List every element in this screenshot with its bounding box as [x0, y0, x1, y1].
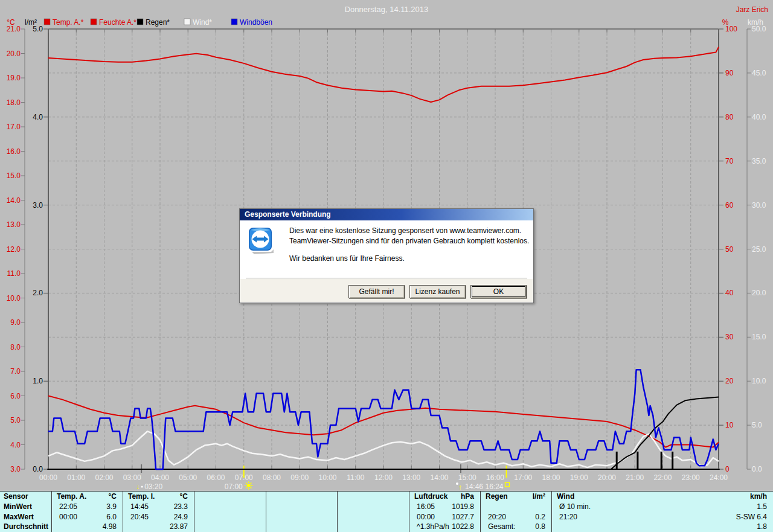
table-cell — [194, 512, 266, 522]
table-column: Temp. I.°C14:4523.320:4524.923.87 — [123, 492, 194, 532]
moonrise-time-label: 14:46 — [465, 482, 483, 491]
table-cell — [338, 492, 409, 502]
temp-tick-label: 18.0 — [7, 98, 21, 107]
temp-tick-label: 15.0 — [7, 171, 21, 180]
table-cell — [266, 522, 337, 532]
wind-tick-label: 5.0 — [752, 421, 762, 429]
wind-tick-label: 40.0 — [752, 113, 766, 121]
temp-tick-label: 7.0 — [10, 367, 21, 376]
rain-tick-label: 4.0 — [33, 113, 43, 121]
x-tick-label: 20:00 — [598, 473, 616, 482]
chart-legend: Temp. A.*Feuchte A.*Regen*Wind*Windböen — [44, 18, 272, 27]
wind-tick-label: 25.0 — [752, 245, 766, 254]
rain-tick-label: 3.0 — [33, 201, 43, 210]
table-cell: 21:20S-SW 6.4 — [552, 512, 773, 522]
legend-swatch — [91, 19, 97, 25]
table-cell: MaxWert — [0, 512, 51, 522]
legend-swatch — [137, 19, 143, 25]
temp-tick-label: 3.0 — [10, 465, 21, 473]
wind-tick-label: 20.0 — [752, 289, 766, 297]
temp-tick-label: 10.0 — [7, 294, 21, 303]
table-cell: Temp. I.°C — [123, 492, 194, 502]
x-tick-label: 08:00 — [263, 473, 281, 482]
x-tick-label: 18:00 — [542, 473, 560, 482]
x-tick-label: 03:00 — [123, 473, 141, 482]
table-column: LuftdruckhPa16:051019.800:001027.7^1.3hP… — [409, 492, 481, 532]
table-cell: Gesamt:0.8 — [481, 522, 551, 532]
like-button[interactable]: Gefällt mir! — [348, 285, 405, 298]
table-cell — [338, 512, 409, 522]
x-tick-label: 17:00 — [514, 473, 532, 482]
table-column — [194, 492, 266, 532]
table-cell: 16:051019.8 — [409, 502, 480, 512]
moon-dot-icon — [141, 486, 143, 487]
humidity-tick-label: 100 — [725, 25, 737, 33]
table-cell: Regenl/m² — [481, 492, 551, 502]
x-tick-label: 19:00 — [570, 473, 588, 482]
table-column — [338, 492, 409, 532]
dialog-line-3: Wir bedanken uns für Ihre Fairness. — [289, 254, 526, 264]
table-column: Windkm/hØ 10 min.1.521:20S-SW 6.41.8 — [552, 492, 773, 532]
wind-tick-label: 35.0 — [752, 157, 766, 165]
table-cell: Durchschnitt — [0, 522, 51, 532]
weather-app-window: Donnerstag, 14.11.2013 Jarz Erich °C l/m… — [0, 0, 773, 532]
table-cell: 23.87 — [123, 522, 194, 532]
sunrise-time-label: 07:00 — [225, 482, 243, 491]
humidity-tick-label: 30 — [725, 333, 734, 341]
table-column: Regenl/m²20:200.2Gesamt:0.8 — [481, 492, 552, 532]
x-tick-label: 11:00 — [347, 473, 364, 482]
table-cell — [266, 492, 337, 502]
dialog-line-2: TeamViewer-Sitzungen sind für den privat… — [289, 236, 526, 246]
table-cell: Windkm/h — [552, 492, 773, 502]
x-tick-label: 09:00 — [290, 473, 309, 482]
legend-swatch — [184, 19, 190, 25]
table-cell: 00:001027.7 — [409, 512, 480, 522]
table-cell — [194, 492, 266, 502]
table-cell: 1.8 — [552, 522, 773, 532]
table-cell — [338, 522, 409, 532]
table-cell: Ø 10 min.1.5 — [552, 502, 773, 512]
x-tick-label: 04:00 — [151, 473, 169, 482]
temp-tick-label: 4.0 — [10, 441, 21, 449]
x-tick-label: 02:00 — [95, 473, 113, 482]
sensor-summary-table: SensorMinWertMaxWertDurchschnittTemp. A.… — [0, 491, 773, 532]
table-column: Temp. A.°C22:053.900:006.04.98 — [52, 492, 123, 532]
temp-tick-label: 11.0 — [7, 269, 21, 278]
x-tick-label: 01:00 — [67, 473, 85, 482]
dialog-message: Dies war eine kostenlose Sitzung gespons… — [289, 226, 526, 264]
rain-tick-label: 2.0 — [33, 289, 43, 297]
temp-tick-label: 19.0 — [7, 74, 21, 82]
table-cell — [338, 502, 409, 512]
legend-swatch — [44, 19, 50, 25]
teamviewer-dialog: Gesponserte Verbindung Dies war eine kos… — [239, 208, 534, 303]
x-tick-label: 13:00 — [402, 473, 420, 482]
x-tick-label: 24:00 — [710, 473, 728, 482]
dialog-line-1: Dies war eine kostenlose Sitzung gespons… — [289, 226, 526, 236]
teamviewer-icon — [247, 225, 275, 257]
table-cell: 00:006.0 — [52, 512, 123, 522]
wind-tick-label: 10.0 — [752, 377, 766, 385]
dialog-buttons: Gefällt mir! Lizenz kaufen OK — [348, 285, 527, 298]
wind-tick-label: 30.0 — [752, 201, 766, 210]
x-tick-label: 16:00 — [486, 473, 504, 482]
moonset-arrow-icon: ↓ — [136, 482, 140, 491]
temp-tick-label: 13.0 — [7, 220, 21, 229]
temp-tick-label: 21.0 — [7, 25, 21, 33]
table-cell: Sensor — [0, 492, 51, 502]
station-user-label: Jarz Erich — [736, 5, 768, 14]
rain-tick-label: 5.0 — [33, 25, 43, 33]
legend-swatch — [231, 19, 237, 25]
table-column: SensorMinWertMaxWertDurchschnitt — [0, 492, 52, 532]
buy-license-button[interactable]: Lizenz kaufen — [409, 285, 466, 298]
table-cell: Temp. A.°C — [52, 492, 123, 502]
dialog-titlebar[interactable]: Gesponserte Verbindung — [240, 209, 533, 220]
ok-button[interactable]: OK — [470, 285, 527, 298]
table-cell: MinWert — [0, 502, 51, 512]
legend-label: Windböen — [240, 18, 272, 27]
sunrise-sun-icon — [245, 482, 252, 490]
legend-label: Regen* — [146, 18, 170, 27]
temp-tick-label: 12.0 — [7, 245, 21, 254]
humidity-tick-label: 40 — [725, 289, 734, 297]
moonrise-arrow-icon: ↑ — [458, 483, 462, 491]
table-cell — [481, 502, 551, 512]
